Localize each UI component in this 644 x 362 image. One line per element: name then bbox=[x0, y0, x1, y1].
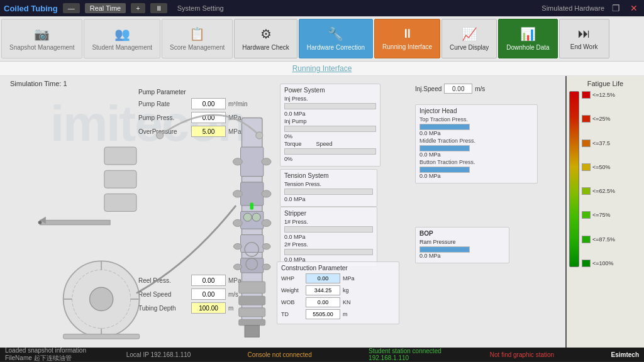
inj-speed-panel: Inj.Speed 0.00 m/s bbox=[415, 84, 535, 97]
td-unit: m bbox=[343, 311, 358, 317]
svg-rect-18 bbox=[241, 235, 264, 253]
top-traction-value: 0.0 MPa bbox=[419, 130, 441, 136]
graphic-station: Not find graphic station bbox=[490, 351, 599, 358]
wob-label: WOB bbox=[281, 299, 303, 305]
toolbar-hardware-check[interactable]: ⚙ Hardware Check bbox=[234, 19, 297, 58]
ram-pressure-fill bbox=[420, 247, 469, 252]
middle-traction-fill bbox=[420, 146, 469, 151]
downhole-icon: 📊 bbox=[520, 26, 536, 41]
app-title: Coiled Tubing bbox=[4, 4, 58, 13]
real-time-button[interactable]: Real Time bbox=[85, 3, 126, 13]
close-button[interactable]: ✕ bbox=[628, 3, 640, 13]
minimize-button[interactable]: — bbox=[63, 3, 80, 13]
tension-press-bar bbox=[284, 189, 373, 195]
press2-label: 2# Press. bbox=[284, 241, 308, 248]
button-traction-value: 0.0 MPa bbox=[419, 173, 441, 179]
toolbar-curve-display[interactable]: 📈 Curve Display bbox=[441, 19, 497, 58]
svg-point-39 bbox=[256, 132, 263, 139]
sim-time-value: 1 bbox=[63, 80, 67, 87]
fatigue-gradient-bar bbox=[569, 91, 579, 267]
top-traction-fill bbox=[420, 124, 469, 129]
power-system-panel: Power System Inj Press. 0.0 MPa Inj Pump… bbox=[280, 84, 380, 167]
svg-point-20 bbox=[233, 158, 242, 165]
add-button[interactable]: + bbox=[131, 3, 145, 13]
restore-button[interactable]: ❐ bbox=[609, 3, 623, 13]
console-status: Console not connected bbox=[247, 351, 356, 358]
wob-unit: KN bbox=[343, 299, 358, 305]
inj-press-bar bbox=[284, 103, 376, 109]
fatigue-level-1: <=25% bbox=[582, 115, 615, 123]
svg-rect-17 bbox=[241, 211, 264, 229]
svg-point-31 bbox=[252, 213, 260, 221]
inj-pump-label: Inj Pump bbox=[284, 118, 307, 124]
top-traction-val-row: 0.0 MPa bbox=[419, 130, 533, 136]
wob-row: WOB KN bbox=[281, 297, 395, 307]
toolbar-downhole-data[interactable]: 📊 Downhole Data bbox=[498, 19, 557, 58]
svg-rect-33 bbox=[239, 282, 265, 293]
td-input[interactable] bbox=[306, 309, 340, 319]
fatigue-color-5 bbox=[582, 211, 591, 219]
fatigue-level-5: <=75% bbox=[582, 211, 615, 219]
hardware-check-icon: ⚙ bbox=[260, 26, 272, 41]
toolbar-hardware-correction[interactable]: 🔧 Hardware Correction bbox=[299, 19, 373, 58]
torque-speed-bar bbox=[284, 148, 376, 155]
loaded-info: Loaded snapshot information FileName 起下连… bbox=[5, 347, 114, 363]
fatigue-life-panel: Fatigue Life <=12.5% <=25% <=37.5 bbox=[565, 76, 644, 348]
toolbar-running-interface[interactable]: ⏸ Running Interface bbox=[374, 19, 440, 58]
snapshot-icon: 📷 bbox=[34, 26, 50, 41]
stripper-title: Stripper bbox=[284, 210, 373, 217]
wob-input[interactable] bbox=[306, 297, 340, 307]
inj-pump-value: 0% bbox=[284, 133, 292, 140]
fatigue-label-5: <=75% bbox=[592, 212, 611, 218]
svg-rect-36 bbox=[239, 319, 265, 325]
toolbar-score[interactable]: 📋 Score Management bbox=[162, 19, 233, 58]
svg-rect-16 bbox=[241, 182, 264, 206]
pause-button[interactable]: ⏸ bbox=[150, 3, 167, 13]
fatigue-color-0 bbox=[582, 91, 591, 99]
toolbar: 📷 Snapshot Management 👥 Student Manageme… bbox=[0, 16, 644, 62]
sim-time: Simulation Time: 1 bbox=[10, 80, 67, 87]
inj-press-val-row: 0.0 MPa bbox=[284, 111, 376, 117]
inj-press-value: 0.0 MPa bbox=[284, 111, 306, 117]
svg-rect-0 bbox=[104, 147, 136, 165]
weight-unit: kg bbox=[343, 287, 358, 293]
construction-param-title: Construction Parameter bbox=[281, 265, 395, 272]
svg-rect-37 bbox=[245, 326, 259, 337]
fatigue-label-2: <=37.5 bbox=[592, 140, 610, 146]
weight-input[interactable] bbox=[306, 285, 340, 295]
whp-unit: MPa bbox=[343, 275, 358, 282]
curve-label: Curve Display bbox=[450, 44, 489, 52]
fatigue-level-3: <=50% bbox=[582, 163, 615, 171]
weight-label: Weight bbox=[281, 287, 303, 293]
svg-rect-35 bbox=[239, 308, 265, 317]
fatigue-color-2 bbox=[582, 140, 591, 147]
press1-row: 1# Press. bbox=[284, 219, 373, 225]
subtitle-bar: Running Interface bbox=[0, 62, 644, 76]
top-traction-bar bbox=[419, 124, 470, 130]
press2-row: 2# Press. bbox=[284, 241, 373, 248]
svg-point-28 bbox=[262, 244, 270, 250]
toolbar-student[interactable]: 👥 Student Management bbox=[84, 19, 160, 58]
curve-icon: 📈 bbox=[462, 26, 477, 41]
fatigue-content: <=12.5% <=25% <=37.5 <=50% <=62.5% bbox=[569, 91, 641, 267]
top-traction-label: Top Traction Press. bbox=[419, 116, 482, 123]
toolbar-snapshot[interactable]: 📷 Snapshot Management bbox=[1, 19, 82, 58]
whp-input[interactable] bbox=[306, 273, 340, 283]
fatigue-color-1 bbox=[582, 115, 591, 123]
button-traction-val-row: 0.0 MPa bbox=[419, 173, 533, 179]
fatigue-label-6: <=87.5% bbox=[592, 236, 615, 243]
title-bar: Coiled Tubing — Real Time + ⏸ System Set… bbox=[0, 0, 644, 16]
middle-traction-val-row: 0.0 MPa bbox=[419, 151, 533, 158]
svg-rect-32 bbox=[250, 202, 253, 209]
brand-label: Esimtech bbox=[611, 351, 639, 358]
toolbar-end-work[interactable]: ⏭ End Work bbox=[559, 19, 609, 58]
inj-speed-unit: m/s bbox=[475, 85, 485, 92]
injector-head-panel: Injector Head Top Traction Press. 0.0 MP… bbox=[415, 104, 538, 184]
hardware-check-label: Hardware Check bbox=[242, 44, 289, 52]
inj-pump-row: Inj Pump bbox=[284, 118, 376, 124]
button-traction-bar bbox=[419, 167, 470, 173]
svg-point-26 bbox=[262, 190, 271, 197]
middle-traction-label: Middle Traction Press. bbox=[419, 138, 482, 144]
tension-press-val: 0.0 MPa bbox=[284, 196, 373, 202]
svg-point-8 bbox=[90, 287, 113, 310]
